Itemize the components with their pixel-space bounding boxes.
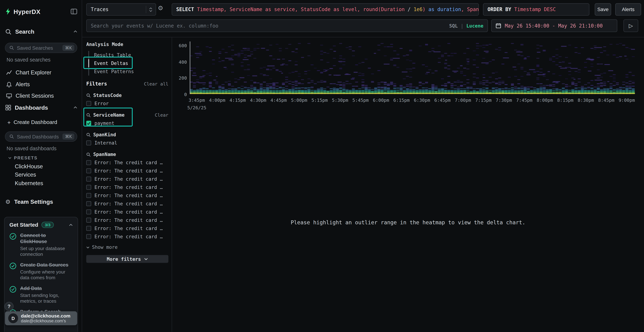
sidebar-item-label: Chart Explorer [16,70,51,76]
sidebar-collapse-icon[interactable] [71,8,77,14]
run-query-button[interactable]: ▷ [624,19,638,32]
get-started-item[interactable]: Add DataStart sending logs, metrics, or … [10,286,73,304]
filter-option[interactable]: Error: The credit card … [86,234,168,239]
sidebar-section-dashboards[interactable]: Dashboards [0,103,82,112]
filter-option-label: Error: The credit card … [94,234,163,239]
language-toggle-sql[interactable]: SQL [449,23,458,28]
sql-token: SELECT [176,6,197,12]
filter-option[interactable]: Error: The credit card … [86,226,168,231]
get-started-item-texts: Create Data SourcesConfigure where your … [20,262,73,280]
chevron-up-icon[interactable] [74,30,77,33]
filter-group-header[interactable]: ServiceNameClear [86,112,168,118]
saved-dashboards-input[interactable]: Saved Dashboards ⌘K [5,132,77,142]
user-email: dale@clickhouse.com [21,314,70,318]
topbar: Traces ⚙ SELECT Timestamp, ServiceName a… [82,0,644,37]
no-saved-searches-note: No saved searches [6,57,51,63]
x-tick-label: 7:30pm [496,98,512,103]
filter-option[interactable]: Error: The credit card … [86,160,168,166]
language-toggle-lucene[interactable]: Lucene [466,23,483,28]
more-filters-button[interactable]: More filters [86,255,168,263]
filter-option[interactable]: Error: The credit card … [86,168,168,174]
filter-option[interactable]: payment [86,120,168,126]
filter-option-label: Error: The credit card … [94,217,163,223]
get-started-item-title: Connect to ClickHouse [20,232,73,245]
sql-token: as duration [428,6,461,12]
sidebar-item-label: Alerts [16,82,30,88]
checkbox-icon[interactable] [86,101,91,106]
filter-option[interactable]: Error: The credit card … [86,176,168,182]
filter-option[interactable]: Error: The credit card … [86,184,168,190]
checkbox-icon[interactable] [86,201,91,206]
shortcut-badge: ⌘K [62,45,74,51]
filter-option[interactable]: Internal [86,140,168,146]
sidebar-item-alerts[interactable]: Alerts [0,80,82,88]
analysis-mode-results-table[interactable]: Results Table [88,51,168,59]
filter-group-header[interactable]: StatusCode [86,92,168,98]
alerts-button[interactable]: Alerts [615,3,641,16]
checkbox-icon[interactable] [86,218,91,223]
x-tick-label: 6:45pm [434,98,450,103]
chevron-up-icon[interactable] [74,106,77,109]
analysis-mode-event-patterns[interactable]: Event Patterns [88,68,168,76]
filter-clear-link[interactable]: Clear [155,112,168,118]
avatar: D [8,314,18,323]
x-tick-label: 8:15pm [557,98,573,103]
heatmap-canvas[interactable] [190,42,635,94]
filter-group-header[interactable]: SpanKind [86,132,168,138]
checkbox-icon[interactable] [86,234,91,239]
filter-option[interactable]: Error: The credit card … [86,201,168,206]
filter-option-label: payment [94,120,114,126]
main-content: Analysis Mode Results TableEvent DeltasE… [82,37,644,332]
sidebar-item-chart-explorer[interactable]: Chart Explorer [0,68,82,76]
filter-option-label: Error: The credit card … [94,201,163,206]
checkbox-icon[interactable] [86,193,91,198]
save-button[interactable]: Save [595,3,611,16]
checkbox-icon[interactable] [86,210,91,214]
saved-searches-input[interactable]: Saved Searches ⌘K [5,43,77,53]
get-started-item[interactable]: Create Data SourcesConfigure where your … [10,262,73,280]
select-stepper-icon [146,6,152,13]
x-tick-label: 6:15pm [394,98,410,103]
app-title: HyperDX [14,8,71,15]
orderby-editor[interactable]: ORDER BY Timestamp DESC [483,3,590,16]
source-settings-gear-icon[interactable]: ⚙ [158,5,163,12]
get-started-item[interactable]: Connect to ClickHouseSet up your databas… [10,232,73,257]
create-dashboard-button[interactable]: + Create Dashboard [0,118,82,126]
filter-group-header[interactable]: SpanName [86,152,168,157]
source-select[interactable]: Traces [86,3,156,16]
filter-option[interactable]: Error: The credit card … [86,217,168,223]
orderby-text: ORDER BY Timestamp DESC [488,6,556,12]
get-started-item-subtitle: Start sending logs, metrics, or traces [20,292,73,304]
checkbox-icon[interactable] [86,140,91,146]
clear-all-link[interactable]: Clear all [144,81,168,86]
get-started-header[interactable]: Get Started 3/3 [10,222,73,228]
checkbox-icon[interactable] [86,168,91,173]
date-range-picker[interactable]: May 26 15:40:00 - May 26 21:10:00 [491,19,617,32]
chevron-up-icon[interactable] [69,224,73,226]
get-started-items: Connect to ClickHouseSet up your databas… [10,232,73,316]
analysis-mode-label: Analysis Mode [86,42,168,47]
filter-option[interactable]: Error: The credit card … [86,193,168,198]
user-menu[interactable]: D dale@clickhouse.com dale@clickhouse.co… [5,311,77,325]
sidebar-item-client-sessions[interactable]: Client Sessions [0,92,82,100]
analysis-mode-event-deltas[interactable]: Event Deltas [88,59,168,68]
preset-clickhouse[interactable]: ClickHouse [0,163,82,170]
presets-toggle[interactable]: PRESETS [0,155,82,161]
checkbox-icon[interactable] [86,226,91,231]
sidebar-section-search[interactable]: Search [0,27,82,36]
x-tick-label: 5:30pm [332,98,348,103]
filter-option[interactable]: Error: The credit card … [86,209,168,215]
filter-option[interactable]: Error [86,100,168,106]
event-search-input[interactable]: Search your events w/ Lucene ex. column:… [86,19,488,32]
sidebar-item-team-settings[interactable]: ⚙ Team Settings [0,197,82,206]
more-filters-label: More filters [107,256,141,262]
checkbox-icon[interactable] [86,185,91,190]
preset-services[interactable]: Services [0,171,82,178]
show-more-link[interactable]: Show more [86,244,168,250]
checkbox-icon[interactable] [86,176,91,182]
sql-select-editor[interactable]: SELECT Timestamp, ServiceName as service… [172,3,479,16]
checkbox-icon[interactable] [86,160,91,165]
checkbox-checked-icon[interactable] [86,121,91,126]
preset-kubernetes[interactable]: Kubernetes [0,180,82,186]
help-button[interactable]: ? [4,302,14,311]
